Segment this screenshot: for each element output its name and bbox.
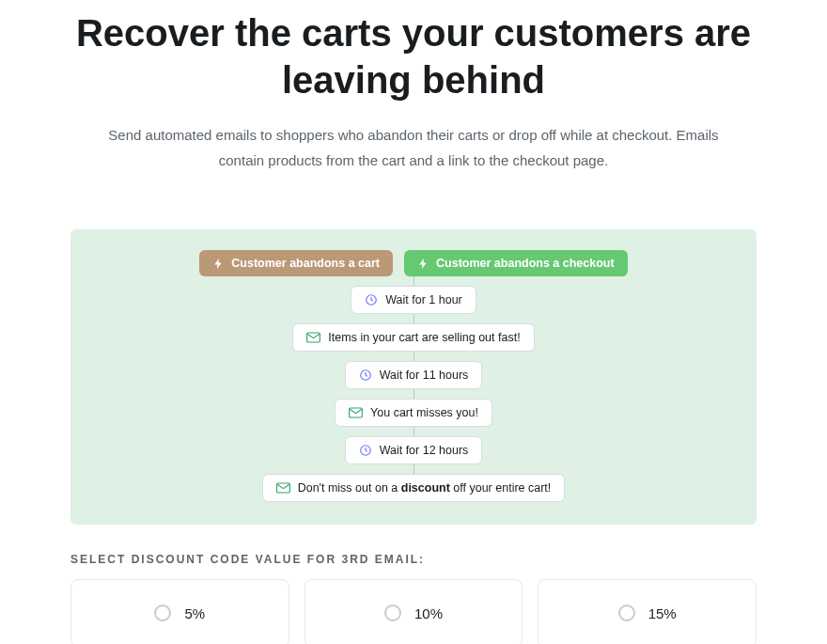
trigger-abandon-checkout: Customer abandons a checkout: [404, 250, 628, 276]
discount-value-label: 10%: [414, 605, 443, 621]
discount-option-10[interactable]: 10%: [304, 579, 523, 644]
step-label: You cart misses you!: [370, 406, 478, 419]
discount-options: 5% 10% 15%: [70, 579, 757, 644]
radio-icon: [154, 605, 171, 621]
trigger-label: Customer abandons a cart: [231, 257, 380, 270]
mail-icon: [349, 407, 363, 418]
bolt-icon: [417, 258, 429, 270]
workflow-panel: Customer abandons a cart Customer abando…: [70, 229, 757, 525]
flow-connector: [414, 352, 414, 361]
step-label: Wait for 1 hour: [385, 293, 462, 306]
step-email-1: Items in your cart are selling out fast!: [292, 323, 534, 352]
workflow-triggers: Customer abandons a cart Customer abando…: [199, 250, 627, 276]
clock-icon: [359, 369, 372, 382]
page-title: Recover the carts your customers are lea…: [0, 0, 827, 122]
step-label: Don't miss out on a discount off your en…: [298, 481, 552, 495]
radio-icon: [384, 605, 401, 621]
step-email-2: You cart misses you!: [335, 399, 492, 427]
step-label: Wait for 11 hours: [380, 369, 469, 382]
flow-connector: [414, 276, 414, 286]
trigger-label: Customer abandons a checkout: [436, 257, 615, 270]
trigger-abandon-cart: Customer abandons a cart: [199, 250, 393, 276]
clock-icon: [359, 444, 372, 457]
flow-connector: [414, 314, 414, 323]
discount-option-5[interactable]: 5%: [70, 579, 289, 644]
flow-connector: [414, 427, 414, 436]
discount-option-15[interactable]: 15%: [538, 579, 757, 644]
radio-icon: [618, 605, 635, 621]
clock-icon: [365, 293, 378, 306]
step-label: Items in your cart are selling out fast!: [328, 331, 520, 344]
flow-connector: [414, 389, 414, 399]
step-wait-2: Wait for 11 hours: [345, 361, 483, 389]
step-email-3: Don't miss out on a discount off your en…: [262, 474, 566, 502]
mail-icon: [276, 482, 290, 494]
discount-value-label: 15%: [648, 605, 677, 621]
step-label: Wait for 12 hours: [380, 444, 469, 457]
mail-icon: [306, 332, 320, 343]
discount-prompt-label: SELECT DISCOUNT CODE VALUE FOR 3RD EMAIL…: [70, 553, 757, 566]
bolt-icon: [212, 258, 225, 270]
discount-value-label: 5%: [184, 605, 205, 621]
page-subtitle: Send automated emails to shoppers who ab…: [0, 122, 827, 211]
step-wait-3: Wait for 12 hours: [345, 436, 483, 464]
flow-connector: [414, 464, 414, 474]
step-wait-1: Wait for 1 hour: [351, 286, 476, 314]
